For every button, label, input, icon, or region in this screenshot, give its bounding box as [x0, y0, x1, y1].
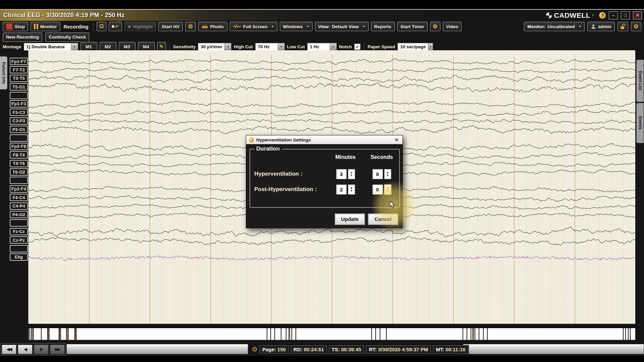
monitor-select[interactable]: Monitor: Uncalibrated ▼: [524, 22, 585, 31]
first-page-button[interactable]: ◀◀: [2, 345, 16, 354]
hv-seconds-cell: 0 ▲▼: [364, 166, 399, 182]
next-page-button[interactable]: ▶: [34, 345, 49, 354]
stop-button[interactable]: Stop: [3, 22, 28, 31]
high-cut-select[interactable]: 70 Hz ▼: [255, 43, 285, 51]
full-screen-button[interactable]: Full Screen ▼: [230, 22, 277, 31]
close-button[interactable]: ✕: [633, 11, 642, 19]
m3-label: M3: [124, 44, 130, 49]
dialog-titlebar[interactable]: Hyperventilation Settings ✕: [246, 135, 402, 144]
view-label: View:: [318, 24, 330, 29]
channel-spacer: [10, 219, 28, 227]
event-tick: [66, 328, 67, 340]
status-gear-icon[interactable]: ⚙: [252, 346, 258, 353]
channel-label[interactable]: T4-T6: [10, 160, 28, 167]
events-tab[interactable]: Events: [636, 103, 644, 143]
hv-seconds-spinner[interactable]: ▲▼: [384, 169, 391, 179]
impedance-button[interactable]: Ω: [97, 22, 107, 31]
user-button[interactable]: admin: [587, 22, 615, 31]
low-cut-select[interactable]: 1 Hz ▼: [307, 43, 337, 51]
channel-label[interactable]: Cz-Pz: [10, 236, 28, 244]
previous-page-button[interactable]: ◀: [18, 345, 33, 354]
hv-minutes-input[interactable]: 3: [336, 169, 347, 179]
event-timeline[interactable]: [29, 327, 635, 340]
paper-speed-select[interactable]: 10 sec/page ▼: [397, 43, 433, 51]
settings-button[interactable]: ⚙: [631, 22, 641, 31]
channel-label[interactable]: P3-O1: [10, 126, 28, 133]
event-list-tab[interactable]: Event List: [636, 60, 644, 102]
patient-info-tab[interactable]: Patient Info: [0, 56, 7, 89]
dialog-close-icon[interactable]: ✕: [393, 137, 400, 142]
montage-1-button[interactable]: M1: [80, 42, 97, 51]
event-tick: [30, 328, 30, 340]
chevron-down-icon[interactable]: ▼: [428, 43, 432, 50]
timer-settings-button[interactable]: ⚙: [430, 22, 440, 31]
event-tick: [625, 328, 626, 340]
channel-label[interactable]: F7-T3: [10, 66, 28, 73]
hv-settings-button[interactable]: ⚙: [185, 22, 196, 31]
sensitivity-select[interactable]: 30 µV/mm ▼: [198, 43, 231, 51]
montage-select[interactable]: 1) Double Banana ▼: [24, 43, 78, 51]
channel-label[interactable]: Fp2-F8: [10, 143, 28, 150]
continuity-check-button[interactable]: Continuity Check: [45, 33, 89, 42]
start-timer-button[interactable]: Start Timer: [397, 22, 428, 31]
help-icon[interactable]: ?: [599, 12, 606, 19]
channel-label[interactable]: F4-C4: [10, 194, 28, 201]
channel-label[interactable]: Fp2-F4: [10, 185, 28, 193]
notch-checkbox[interactable]: ✓: [354, 44, 361, 50]
scrollbar-track-right[interactable]: [463, 344, 644, 354]
montage-2-button[interactable]: M2: [100, 42, 116, 51]
channel-label[interactable]: Ekg: [10, 253, 28, 261]
chevron-down-icon[interactable]: ▼: [330, 43, 336, 50]
channel-label[interactable]: Fz-Cz: [10, 228, 28, 235]
video-button[interactable]: Video: [443, 22, 462, 31]
channel-spacer: [10, 177, 28, 184]
montage-3-button[interactable]: M3: [119, 42, 136, 51]
event-tick: [31, 328, 32, 340]
post-hv-row-label: Post-Hyperventilation :: [250, 182, 327, 197]
channel-label[interactable]: C4-P4: [10, 202, 28, 210]
high-cut-value: 70 Hz: [256, 44, 278, 49]
start-hv-button[interactable]: Start HV: [158, 22, 183, 31]
channel-label[interactable]: T5-O1: [10, 83, 28, 90]
chevron-down-icon[interactable]: ▼: [71, 43, 78, 50]
hv-minutes-spinner[interactable]: ▲▼: [348, 169, 355, 179]
chevron-down-icon[interactable]: ▼: [224, 43, 231, 50]
event-tick-hatched: [59, 328, 61, 340]
channel-label[interactable]: Fp1-F3: [10, 100, 28, 108]
reports-button[interactable]: Reports: [371, 22, 395, 31]
minutes-header: Minutes: [327, 154, 364, 166]
highlight-icon: ◆: [128, 24, 131, 29]
monitor-button[interactable]: Monitor: [31, 22, 60, 31]
edit-montage-button[interactable]: ✎: [157, 42, 166, 51]
photic-button[interactable]: Photic: [198, 22, 227, 31]
post-hv-minutes-spinner[interactable]: ▲▼: [348, 184, 355, 195]
channel-label[interactable]: Fp1-F7: [10, 58, 28, 65]
minimize-button[interactable]: –: [609, 11, 618, 19]
scrollbar-track-left[interactable]: [66, 344, 248, 354]
windows-button[interactable]: Windows ▼: [280, 22, 313, 31]
rd-indicator: RD:00:24:51: [290, 345, 327, 354]
channel-label[interactable]: T3-T5: [10, 75, 28, 82]
channel-label[interactable]: C3-P3: [10, 117, 28, 125]
last-page-button[interactable]: ▶▶: [50, 345, 65, 354]
update-button[interactable]: Update: [335, 214, 365, 225]
spacer: [250, 154, 327, 166]
channel-label[interactable]: T6-O2: [10, 168, 28, 176]
maximize-button[interactable]: □: [621, 11, 630, 19]
event-tick: [270, 328, 271, 340]
channel-label[interactable]: P4-O2: [10, 211, 28, 218]
view-select[interactable]: View: Default View ▼: [315, 22, 369, 31]
hv-seconds-input[interactable]: 0: [372, 169, 383, 179]
new-recording-button[interactable]: New Recording: [3, 33, 42, 42]
event-tick: [291, 328, 292, 340]
lock-button[interactable]: [618, 22, 628, 31]
montage-4-button[interactable]: M4: [138, 42, 155, 51]
channel-label[interactable]: F3-C3: [10, 109, 28, 116]
event-tick: [286, 328, 286, 340]
post-hv-minutes-input[interactable]: 2: [336, 184, 347, 195]
highlight-button[interactable]: ◆ Highlight: [124, 22, 156, 31]
chevron-down-icon[interactable]: ▼: [278, 43, 284, 50]
event-marker-button[interactable]: [109, 22, 122, 31]
event-tick: [471, 328, 471, 340]
channel-label[interactable]: F8-T4: [10, 151, 28, 159]
